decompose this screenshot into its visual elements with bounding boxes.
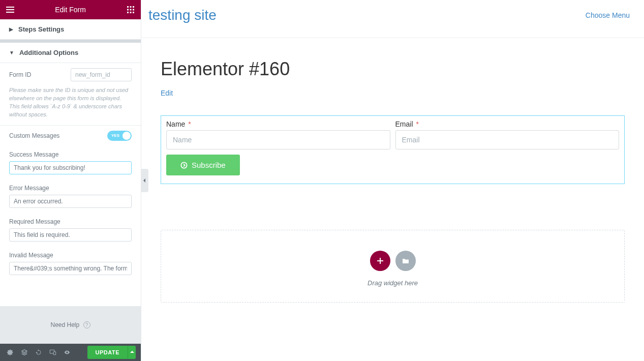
form-id-label: Form ID	[9, 71, 31, 78]
form-widget[interactable]: Name * Email * Subscr	[161, 115, 625, 184]
required-asterisk: *	[416, 120, 418, 128]
folder-icon	[402, 257, 410, 265]
section-label: Steps Settings	[18, 25, 64, 33]
svg-rect-6	[127, 9, 129, 11]
svg-rect-13	[53, 352, 55, 355]
subscribe-button[interactable]: Subscribe	[166, 155, 240, 175]
custom-messages-toggle[interactable]: YES	[107, 131, 132, 141]
history-icon[interactable]	[32, 344, 46, 361]
control-invalid-message: Invalid Message	[0, 247, 141, 280]
caret-right-icon: ▶	[9, 26, 13, 32]
toggle-knob-icon	[122, 132, 131, 140]
error-message-label: Error Message	[9, 185, 132, 192]
svg-rect-3	[127, 6, 129, 8]
choose-menu-link[interactable]: Choose Menu	[586, 11, 630, 19]
email-label-text: Email	[395, 120, 413, 128]
site-title[interactable]: testing site	[148, 7, 217, 23]
settings-icon[interactable]	[3, 344, 17, 361]
add-template-button[interactable]	[395, 251, 416, 271]
name-label-text: Name	[166, 120, 185, 128]
menu-icon[interactable]	[6, 6, 14, 14]
form-id-input[interactable]	[71, 68, 132, 81]
arrow-circle-icon	[180, 162, 188, 169]
panel-header: Edit Form	[0, 0, 141, 19]
form-id-help: Please make sure the ID is unique and no…	[0, 86, 141, 125]
control-error-message: Error Message	[0, 179, 141, 213]
error-message-input[interactable]	[9, 195, 132, 208]
toggle-yes-text: YES	[111, 131, 119, 141]
panel-collapse-handle[interactable]	[141, 169, 148, 192]
caret-down-icon: ▼	[9, 50, 14, 55]
required-message-label: Required Message	[9, 218, 132, 225]
control-custom-messages: Custom Messages YES	[0, 126, 141, 146]
editor-panel: Edit Form ▶ Steps Settings ▼ Additional …	[0, 0, 141, 361]
svg-rect-7	[130, 9, 132, 11]
site-header: testing site Choose Menu	[141, 0, 644, 38]
name-label: Name *	[166, 120, 390, 128]
success-message-label: Success Message	[9, 151, 132, 158]
section-label: Additional Options	[19, 49, 78, 56]
svg-rect-10	[130, 12, 132, 13]
control-form-id: Form ID	[0, 63, 141, 86]
success-message-input[interactable]	[9, 161, 132, 174]
svg-rect-0	[6, 7, 14, 8]
navigator-icon[interactable]	[17, 344, 32, 361]
edit-link[interactable]: Edit	[161, 89, 173, 97]
invalid-message-label: Invalid Message	[9, 252, 132, 259]
apps-grid-icon[interactable]	[127, 6, 135, 14]
svg-rect-1	[6, 9, 14, 10]
svg-rect-5	[133, 6, 134, 8]
preview-icon[interactable]	[60, 344, 74, 361]
svg-rect-8	[133, 9, 134, 11]
panel-footer: UPDATE	[0, 344, 141, 361]
svg-rect-11	[133, 12, 134, 13]
section-steps-settings[interactable]: ▶ Steps Settings	[0, 19, 141, 40]
panel-title: Edit Form	[14, 6, 127, 14]
subscribe-label: Subscribe	[192, 161, 226, 169]
page-title: Elementor #160	[161, 58, 625, 80]
svg-rect-4	[130, 6, 132, 8]
add-section-button[interactable]	[370, 251, 390, 271]
need-help-label: Need Help	[50, 321, 79, 328]
svg-rect-2	[6, 12, 14, 13]
custom-messages-label: Custom Messages	[9, 132, 59, 139]
email-input[interactable]	[395, 130, 620, 149]
name-input[interactable]	[166, 130, 390, 149]
section-additional-options[interactable]: ▼ Additional Options	[0, 43, 141, 63]
svg-point-14	[181, 162, 187, 168]
invalid-message-input[interactable]	[9, 262, 132, 275]
update-button[interactable]: UPDATE	[87, 346, 128, 359]
need-help[interactable]: Need Help ?	[0, 306, 141, 344]
preview-area: testing site Choose Menu Elementor #160 …	[141, 0, 644, 361]
drop-hint: Drag widget here	[161, 279, 624, 287]
required-asterisk: *	[188, 120, 191, 128]
question-icon: ?	[83, 321, 90, 328]
svg-rect-9	[127, 12, 129, 13]
email-label: Email *	[395, 120, 620, 128]
drop-section[interactable]: Drag widget here	[161, 230, 625, 303]
plus-icon	[376, 257, 384, 265]
responsive-icon[interactable]	[46, 344, 60, 361]
control-required-message: Required Message	[0, 213, 141, 247]
required-message-input[interactable]	[9, 228, 132, 242]
panel-body: ▶ Steps Settings ▼ Additional Options Fo…	[0, 19, 141, 344]
page-body: Elementor #160 Edit Name * Email *	[141, 38, 644, 323]
update-dropdown[interactable]	[128, 346, 136, 359]
control-success-message: Success Message	[0, 146, 141, 179]
